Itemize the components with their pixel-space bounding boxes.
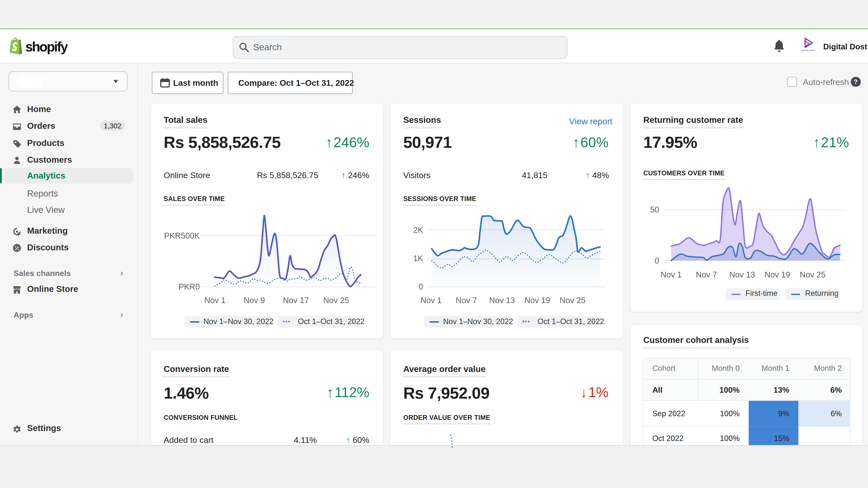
svg-text:DIGITAL DOST: DIGITAL DOST (801, 50, 815, 52)
